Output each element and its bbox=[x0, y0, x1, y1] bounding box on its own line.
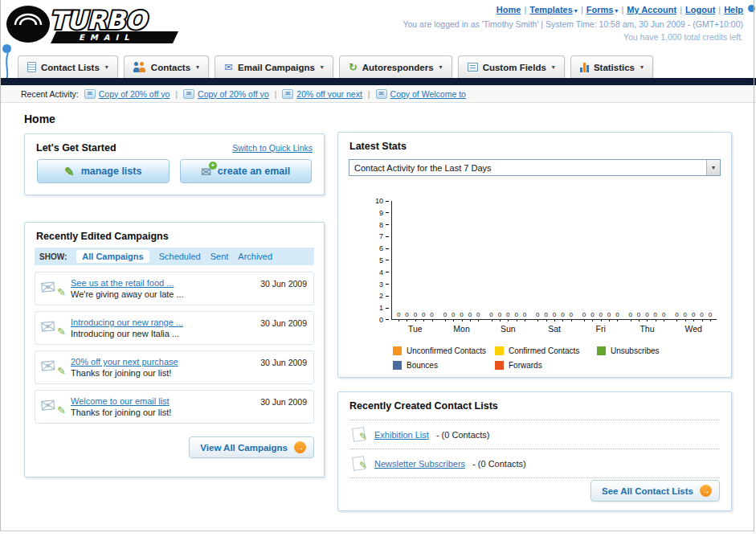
contact-list-item[interactable]: ✎ Newsletter Subscribers - (0 Contacts) bbox=[349, 449, 720, 478]
nav-tab-email-campaigns[interactable]: ✉ Email Campaigns ▾ bbox=[215, 55, 333, 78]
contacts-icon bbox=[133, 62, 146, 72]
login-info: You are logged in as 'Timothy Smith' | S… bbox=[403, 18, 743, 31]
nav-tab-custom-fields[interactable]: Custom Fields ▾ bbox=[458, 55, 565, 78]
nav-tab-label: Contacts bbox=[151, 63, 190, 72]
top-link-help[interactable]: Help bbox=[724, 5, 743, 14]
campaign-list-item[interactable]: ✉✎ See us at the retail food ... We're g… bbox=[35, 272, 314, 305]
chart-day-group: 00000Mon bbox=[439, 201, 485, 319]
nav-tab-statistics[interactable]: Statistics ▾ bbox=[570, 55, 653, 78]
campaign-title-link[interactable]: 20% off your next purchase bbox=[71, 357, 178, 367]
legend-item: Unconfirmed Contacts bbox=[393, 346, 495, 355]
campaign-title-link[interactable]: Welcome to our email list bbox=[71, 396, 171, 406]
nav-tab-contacts[interactable]: Contacts ▾ bbox=[124, 55, 209, 78]
logo-graphic: TURBO EMAIL bbox=[5, 2, 223, 47]
select-arrow-icon[interactable]: ▼ bbox=[706, 160, 720, 175]
top-link-home[interactable]: Home bbox=[497, 5, 521, 14]
campaign-date: 30 Jun 2009 bbox=[260, 277, 307, 289]
logo-subtitle: EMAIL bbox=[79, 33, 135, 42]
campaign-list-item[interactable]: ✉✎ Welcome to our email list Thanks for … bbox=[35, 390, 314, 424]
chevron-down-icon: ▾ bbox=[105, 64, 108, 71]
get-started-panel: Let's Get Started Switch to Quick Links … bbox=[24, 133, 325, 195]
top-link-templates[interactable]: Templates▾ bbox=[529, 5, 578, 14]
chart-day-group: 00000Fri bbox=[578, 201, 624, 319]
contact-activity-chart: 109876543210 00000Tue00000Mon00000Sun000… bbox=[391, 201, 717, 320]
contact-lists-icon bbox=[27, 62, 36, 72]
nav-tab-contact-lists[interactable]: Contact Lists ▾ bbox=[18, 55, 118, 78]
nav-tab-autoresponders[interactable]: ↻ Autoresponders ▾ bbox=[339, 55, 452, 78]
chevron-down-icon: ▾ bbox=[640, 64, 644, 71]
stats-period-select[interactable]: Contact Activity for the Last 7 Days ▼ bbox=[349, 159, 721, 176]
nav-divider-bar bbox=[0, 78, 756, 85]
recent-activity-bar: Recent Activity: ✉ Copy of 20% off yo | … bbox=[0, 85, 756, 103]
recent-campaigns-panel: Recently Edited Campaigns SHOW: All Camp… bbox=[24, 222, 325, 477]
email-campaigns-icon: ✉ bbox=[224, 62, 233, 72]
separator: | bbox=[175, 89, 178, 99]
logo-dot-decoration bbox=[2, 44, 11, 53]
campaign-list-item[interactable]: ✉✎ Introducing our new range ... Introdu… bbox=[35, 311, 314, 345]
edit-campaign-icon: ✉✎ bbox=[40, 316, 64, 338]
filter-sent[interactable]: Sent bbox=[210, 252, 229, 261]
chart-day-group: 00000Sun bbox=[484, 201, 531, 319]
chart-day-group: 00000Wed bbox=[670, 201, 717, 319]
campaign-date: 30 Jun 2009 bbox=[260, 355, 307, 367]
campaign-date: 30 Jun 2009 bbox=[260, 316, 307, 328]
plus-icon: + bbox=[209, 162, 217, 170]
help-dot-icon[interactable] bbox=[748, 5, 755, 12]
legend-item: Confirmed Contacts bbox=[495, 346, 597, 355]
y-axis-tick: 3 bbox=[375, 281, 389, 289]
contact-list-count: - (0 Contacts) bbox=[472, 459, 526, 469]
recent-activity-link[interactable]: Copy of 20% off yo bbox=[99, 89, 170, 99]
filter-scheduled[interactable]: Scheduled bbox=[159, 252, 201, 261]
campaign-subtitle: Introducing our new Italia ... bbox=[71, 329, 183, 338]
custom-fields-icon bbox=[468, 63, 478, 72]
chevron-down-icon: ▾ bbox=[552, 64, 555, 71]
top-link-logout[interactable]: Logout bbox=[685, 5, 715, 14]
edit-campaign-icon: ✉✎ bbox=[40, 277, 64, 298]
edit-list-icon: ✎ bbox=[351, 456, 367, 471]
campaign-title-link[interactable]: Introducing our new range ... bbox=[71, 318, 183, 327]
envelope-icon: ✉ bbox=[84, 89, 96, 99]
top-link-forms[interactable]: Forms▾ bbox=[586, 5, 619, 14]
campaign-list-item[interactable]: ✉✎ 20% off your next purchase Thanks for… bbox=[35, 350, 314, 384]
app-logo: TURBO EMAIL bbox=[5, 2, 230, 49]
chevron-down-icon: ▾ bbox=[196, 64, 199, 71]
show-label: SHOW: bbox=[39, 252, 67, 261]
nav-tab-label: Contact Lists bbox=[41, 63, 100, 72]
recent-activity-link[interactable]: 20% off your next bbox=[296, 89, 362, 99]
envelope-icon: ✉ bbox=[376, 89, 387, 99]
manage-lists-button[interactable]: ✎ manage lists bbox=[37, 159, 170, 183]
envelope-icon: ✉ bbox=[183, 89, 194, 99]
chevron-down-icon: ▾ bbox=[574, 6, 578, 16]
y-axis-tick: 2 bbox=[375, 292, 389, 300]
top-link-my-account[interactable]: My Account bbox=[627, 5, 676, 14]
edit-campaign-icon: ✉✎ bbox=[40, 395, 64, 416]
filter-archived[interactable]: Archived bbox=[238, 252, 272, 261]
recent-activity-item: ✉ Copy of Welcome to bbox=[376, 89, 466, 99]
contact-list-link[interactable]: Exhibition List bbox=[374, 430, 429, 440]
separator: | bbox=[368, 89, 370, 99]
stats-period-value: Contact Activity for the Last 7 Days bbox=[354, 163, 492, 173]
y-axis-tick: 4 bbox=[375, 268, 389, 277]
recent-activity-link[interactable]: Copy of 20% off yo bbox=[198, 89, 269, 99]
nav-tab-label: Email Campaigns bbox=[238, 63, 315, 72]
switch-to-quick-links[interactable]: Switch to Quick Links bbox=[232, 143, 313, 153]
contact-list-link[interactable]: Newsletter Subscribers bbox=[374, 459, 465, 469]
view-all-campaigns-button[interactable]: View All Campaigns → bbox=[189, 436, 314, 458]
legend-item: Bounces bbox=[393, 361, 495, 370]
chart-day-group: 00000Sat bbox=[531, 201, 578, 319]
separator: | bbox=[680, 5, 682, 14]
contact-list-item[interactable]: ✎ Exhibition List - (0 Contacts) bbox=[349, 420, 720, 449]
top-nav: Home|Templates▾|Forms▾|My Account|Logout… bbox=[403, 4, 743, 17]
see-all-contact-lists-button[interactable]: See All Contact Lists → bbox=[590, 480, 720, 502]
campaign-title-link[interactable]: See us at the retail food ... bbox=[71, 278, 184, 288]
edit-campaign-icon: ✉✎ bbox=[40, 355, 64, 377]
header-right: Home|Templates▾|Forms▾|My Account|Logout… bbox=[403, 4, 743, 43]
pencil-icon: ✎ bbox=[64, 166, 75, 178]
recent-activity-link[interactable]: Copy of Welcome to bbox=[390, 89, 466, 99]
create-email-button[interactable]: ✉+ create an email bbox=[180, 159, 313, 183]
y-axis-tick: 7 bbox=[375, 232, 389, 240]
envelope-icon: ✉ bbox=[282, 89, 293, 99]
chevron-down-icon: ▾ bbox=[321, 64, 324, 71]
campaigns-title: Recently Edited Campaigns bbox=[36, 231, 169, 242]
filter-all-campaigns[interactable]: All Campaigns bbox=[76, 250, 149, 263]
